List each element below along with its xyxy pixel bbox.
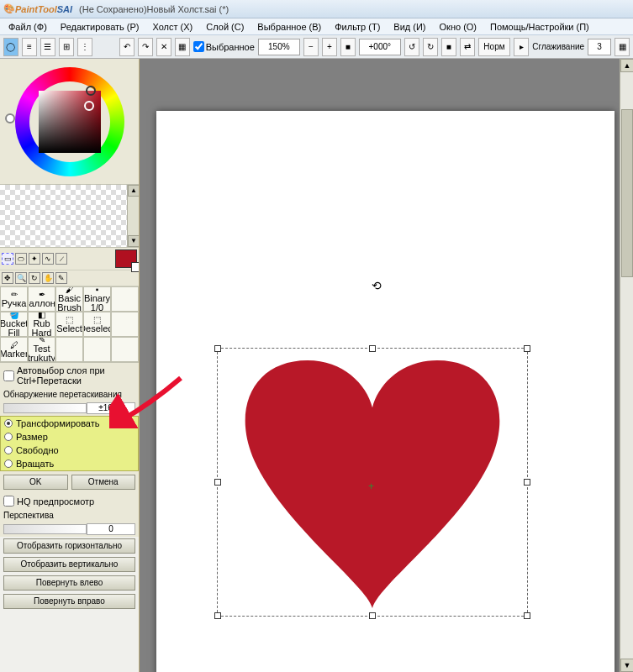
invert-icon[interactable]: ▦ — [175, 38, 190, 56]
flip-v-button[interactable]: Отобразить вертикально — [3, 557, 135, 572]
selected-checkbox[interactable]: Выбранное — [193, 41, 255, 52]
smoothing-input[interactable] — [588, 39, 611, 55]
handle-nw[interactable] — [214, 345, 221, 352]
handle-e[interactable] — [524, 479, 530, 486]
brush-pen[interactable]: ✏Ручка — [0, 286, 28, 312]
toolbar-btn-1[interactable]: ◯ — [3, 38, 18, 56]
sv-handle[interactable] — [84, 101, 94, 111]
zoom-out-icon[interactable]: − — [303, 38, 319, 56]
reset-angle-icon[interactable]: ■ — [441, 38, 456, 56]
rotate-icon[interactable]: ↻ — [29, 272, 40, 284]
radio-free[interactable]: Свободно — [1, 444, 138, 457]
move-icon[interactable]: ✥ — [2, 272, 13, 284]
brush-empty-1[interactable] — [111, 286, 139, 312]
angle-input[interactable] — [359, 39, 401, 55]
brush-airbrush[interactable]: ✒Баллонч — [28, 286, 55, 312]
toolbar-btn-2[interactable]: ≡ — [22, 38, 37, 56]
menu-filter[interactable]: Фильтр (Т) — [330, 20, 385, 34]
rotate-left-button[interactable]: Повернуть влево — [3, 575, 135, 591]
menu-file[interactable]: Файл (Ф) — [3, 20, 52, 34]
center-cross-icon: + — [368, 480, 374, 492]
zoom-input[interactable] — [258, 39, 300, 55]
zoom-icon[interactable]: 🔍 — [15, 272, 27, 284]
sv-picker[interactable] — [39, 91, 101, 153]
canvas-area[interactable]: ⟲ + ▲ ▼ — [140, 59, 633, 672]
toolbar-last-icon[interactable]: ▦ — [615, 38, 630, 56]
app-icon: 🎨 — [3, 3, 15, 14]
radio-transform[interactable]: Трансформировать — [1, 417, 138, 430]
hand-icon[interactable]: ✋ — [42, 272, 54, 284]
swatch-area[interactable]: ▲ ▼ — [0, 185, 139, 248]
handle-w[interactable] — [214, 479, 221, 486]
swatch-scrollbar[interactable]: ▲ ▼ — [127, 185, 139, 247]
perspective-label: Перспектива — [0, 509, 139, 522]
canvas[interactable]: ⟲ + — [156, 111, 615, 672]
handle-sw[interactable] — [214, 612, 221, 619]
redo-icon[interactable]: ↷ — [138, 38, 153, 56]
hue-handle[interactable] — [86, 86, 96, 96]
brush-empty-5[interactable] — [111, 337, 139, 362]
menu-layer[interactable]: Слой (С) — [201, 20, 249, 34]
brush-rubhard[interactable]: ◧Rub Hard — [28, 312, 55, 337]
scroll-down-icon[interactable]: ▼ — [620, 659, 633, 672]
cancel-button[interactable]: Отмена — [71, 475, 136, 490]
toolbar-btn-3[interactable]: ☰ — [40, 38, 55, 56]
radio-rotate[interactable]: Вращать — [1, 457, 138, 470]
mode-next-icon[interactable]: ▸ — [514, 38, 529, 56]
color-wheel[interactable] — [0, 59, 139, 185]
ok-button[interactable]: OK — [3, 475, 68, 490]
transform-mode-section: Трансформировать Размер Свободно Вращать — [0, 416, 139, 471]
menu-window[interactable]: Окно (О) — [435, 20, 483, 34]
brush-marker[interactable]: 🖊Marker — [0, 337, 28, 362]
toolbar-btn-5[interactable]: ⋮ — [77, 38, 92, 56]
zoom-fit-icon[interactable]: ■ — [340, 38, 356, 56]
undo-icon[interactable]: ↶ — [119, 38, 135, 56]
picker-icon[interactable]: ✎ — [55, 272, 67, 284]
lasso-icon[interactable]: ⬭ — [15, 253, 27, 265]
brush-select[interactable]: ⬚Select — [55, 312, 83, 337]
brush-test[interactable]: ✎Test trukuty — [28, 337, 55, 362]
drag-detect-label: Обнаружение перетаскивания — [0, 388, 139, 401]
perspective-slider[interactable]: 0 — [0, 522, 139, 537]
brush-bucket[interactable]: 🪣Bucket Fill — [0, 312, 28, 337]
menu-view[interactable]: Вид (И) — [388, 20, 430, 34]
brush-binary[interactable]: ▪Binary 1/0 — [83, 286, 111, 312]
brush-empty-2[interactable] — [111, 312, 139, 337]
mode-button[interactable]: Норм — [478, 38, 511, 56]
rotate-ccw-icon[interactable]: ↺ — [404, 38, 419, 56]
autoselect-checkbox[interactable]: Автовыбор слоя при Ctrl+Перетаски — [0, 363, 139, 388]
menu-help[interactable]: Помощь/Настройки (П) — [485, 20, 594, 34]
scroll-down-icon[interactable]: ▼ — [128, 235, 140, 247]
handle-ne[interactable] — [524, 345, 530, 352]
title-bar: 🎨 PaintToolSAI (Не Сохранено)Новый Холст… — [0, 0, 633, 18]
rotate-cw-icon[interactable]: ↻ — [423, 38, 438, 56]
brush-basic[interactable]: 🖌Basic Brush — [55, 286, 83, 312]
color-swatch[interactable] — [115, 249, 137, 268]
handle-se[interactable] — [524, 612, 530, 619]
handle-s[interactable] — [369, 612, 376, 619]
flip-icon[interactable]: ⇄ — [460, 38, 475, 56]
menu-canvas[interactable]: Холст (Х) — [148, 20, 198, 34]
tool-b-icon[interactable]: ⟋ — [55, 253, 67, 265]
flip-h-button[interactable]: Отобразить горизонтально — [3, 538, 135, 554]
brush-deselect[interactable]: ⬚Deselect — [83, 312, 111, 337]
menu-edit[interactable]: Редактировать (Р) — [55, 20, 145, 34]
tool-a-icon[interactable]: ∿ — [42, 253, 54, 265]
rotate-right-button[interactable]: Повернуть вправо — [3, 594, 135, 609]
wand-icon[interactable]: ✦ — [29, 253, 40, 265]
brush-empty-4[interactable] — [83, 337, 111, 362]
zoom-in-icon[interactable]: + — [322, 38, 337, 56]
hq-preview-checkbox[interactable]: HQ предпросмотр — [0, 493, 139, 509]
radio-size[interactable]: Размер — [1, 430, 138, 444]
drag-detect-slider[interactable]: ±16pix — [0, 401, 139, 416]
canvas-vscrollbar[interactable]: ▲ ▼ — [620, 59, 633, 672]
rect-select-icon[interactable]: ▭ — [2, 253, 13, 265]
deselect-icon[interactable]: ✕ — [156, 38, 171, 56]
handle-n[interactable] — [369, 345, 376, 352]
scroll-thumb[interactable] — [621, 109, 633, 277]
scroll-up-icon[interactable]: ▲ — [128, 185, 140, 197]
toolbar-btn-4[interactable]: ⊞ — [59, 38, 74, 56]
brush-empty-3[interactable] — [55, 337, 83, 362]
scroll-up-icon[interactable]: ▲ — [620, 59, 633, 72]
menu-select[interactable]: Выбранное (В) — [252, 20, 326, 34]
